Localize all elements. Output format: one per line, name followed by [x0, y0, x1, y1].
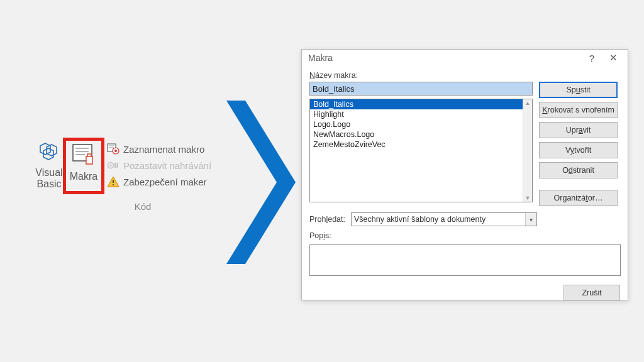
macro-security-button[interactable]: Zabezpečení maker [107, 175, 211, 188]
svg-marker-19 [226, 101, 296, 264]
macro-security-label: Zabezpečení maker [123, 177, 207, 187]
pause-recording-label: Pozastavit nahrávání [123, 160, 211, 171]
ribbon-code-group: Visual Basic Makra [33, 141, 228, 212]
cancel-button[interactable]: Zrušit [564, 285, 620, 301]
ribbon-group-label: Kód [58, 201, 228, 212]
dialog-titlebar: Makra ? ✕ [302, 50, 628, 66]
list-item[interactable]: Highlight [310, 109, 532, 119]
list-item[interactable]: Bold_Italics [310, 99, 532, 109]
description-box[interactable] [309, 244, 621, 276]
search-in-value: Všechny aktivní šablony a dokumenty [354, 215, 486, 224]
pause-recording-icon [107, 159, 119, 172]
chevron-down-icon[interactable]: ▾ [525, 213, 536, 226]
step-into-button[interactable]: Krokovat s vnořením [539, 102, 618, 118]
create-button[interactable]: Vytvořit [539, 142, 618, 158]
scroll-down-icon[interactable]: ▼ [525, 195, 531, 201]
search-in-combo[interactable]: Všechny aktivní šablony a dokumenty ▾ [351, 212, 537, 226]
visual-basic-icon [38, 141, 60, 163]
warning-icon [107, 175, 119, 188]
edit-button[interactable]: Upravit [539, 122, 618, 138]
svg-rect-18 [113, 184, 114, 185]
dialog-title: Makra [308, 53, 581, 63]
svg-rect-14 [114, 163, 116, 168]
record-macro-icon [107, 143, 119, 155]
pause-recording-button: Pozastavit nahrávání [107, 159, 211, 172]
scroll-up-icon[interactable]: ▲ [525, 100, 531, 106]
search-in-label: Prohledat: [309, 215, 346, 224]
delete-button[interactable]: Odstranit [539, 162, 618, 178]
svg-point-13 [109, 164, 111, 166]
description-label: Popis: [309, 231, 620, 240]
close-button[interactable]: ✕ [602, 50, 624, 66]
visual-basic-label: Visual Basic [33, 167, 65, 190]
run-button[interactable]: Spustit [539, 82, 618, 98]
svg-point-11 [114, 150, 117, 152]
visual-basic-button[interactable]: Visual Basic [33, 141, 65, 190]
svg-rect-17 [113, 180, 114, 183]
macros-label: Makra [67, 171, 101, 182]
list-item[interactable]: NewMacros.Logo [310, 129, 532, 140]
macros-dialog: Makra ? ✕ Název makra: Bold_ItalicsHighl… [301, 49, 628, 300]
arrow-graphic [226, 101, 296, 264]
list-item[interactable]: ZemeMestoZvireVec [310, 140, 532, 150]
record-macro-label: Zaznamenat makro [123, 144, 204, 155]
macro-name-label: Název makra: [309, 71, 620, 80]
svg-rect-15 [117, 163, 118, 168]
list-item[interactable]: Logo.Logo [310, 119, 532, 129]
macros-listbox[interactable]: Bold_ItalicsHighlightLogo.LogoNewMacros.… [309, 99, 533, 202]
macro-name-input[interactable] [309, 82, 533, 96]
record-macro-button[interactable]: Zaznamenat makro [107, 143, 211, 155]
macros-icon [71, 141, 96, 167]
help-button[interactable]: ? [581, 50, 602, 66]
macros-button[interactable]: Makra [67, 141, 101, 182]
listbox-scrollbar[interactable]: ▲ ▼ [523, 99, 532, 202]
organizer-button[interactable]: Organizátor… [539, 190, 618, 206]
